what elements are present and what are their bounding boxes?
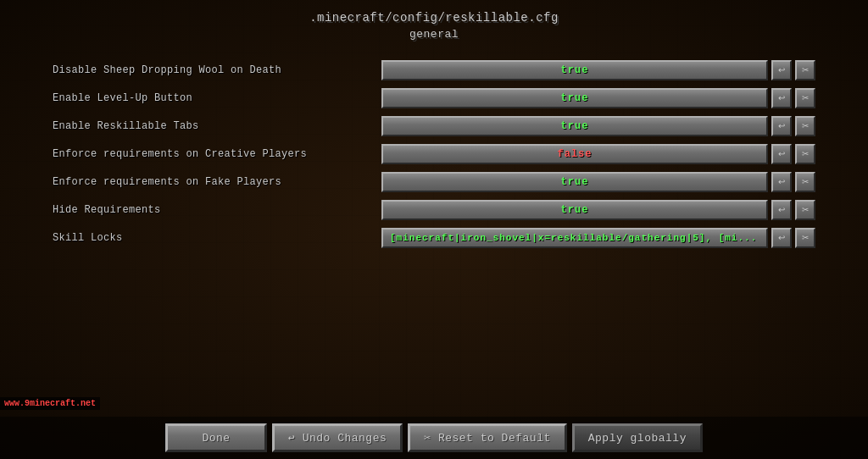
- setting-row: Enforce requirements on Creative Players…: [53, 141, 815, 167]
- setting-label: Enable Reskillable Tabs: [53, 120, 375, 132]
- setting-row: Enforce requirements on Fake Playerstrue…: [53, 169, 815, 195]
- setting-label: Hide Requirements: [53, 204, 375, 216]
- setting-undo-icon[interactable]: ↩: [771, 200, 792, 220]
- title-line1: .minecraft/config/reskillable.cfg: [309, 10, 559, 27]
- setting-undo-icon[interactable]: ↩: [771, 228, 792, 248]
- setting-row: Hide Requirementstrue↩✂: [53, 197, 815, 223]
- setting-reset-icon[interactable]: ✂: [795, 116, 815, 136]
- setting-value-button[interactable]: true: [381, 60, 768, 80]
- setting-value-button[interactable]: false: [381, 144, 768, 164]
- setting-reset-icon[interactable]: ✂: [795, 88, 815, 108]
- reset-button[interactable]: ✂ Reset to Default: [408, 423, 566, 452]
- setting-row: Enable Level-Up Buttontrue↩✂: [53, 86, 815, 111]
- setting-reset-icon[interactable]: ✂: [795, 172, 815, 192]
- setting-label: Skill Locks: [53, 232, 375, 244]
- setting-value-container: true↩✂: [381, 60, 815, 80]
- setting-row: Enable Reskillable Tabstrue↩✂: [53, 113, 815, 139]
- setting-undo-icon[interactable]: ↩: [771, 144, 792, 164]
- setting-value-button[interactable]: true: [381, 200, 768, 220]
- setting-reset-icon[interactable]: ✂: [795, 200, 815, 220]
- title-line2: general: [309, 27, 559, 42]
- settings-list: Disable Sheep Dropping Wool on Deathtrue…: [53, 58, 815, 251]
- setting-value-button[interactable]: true: [381, 116, 768, 136]
- setting-value-button[interactable]: [minecraft|iron_shovel|x=reskillable/gat…: [381, 228, 768, 248]
- setting-value-container: [minecraft|iron_shovel|x=reskillable/gat…: [381, 228, 815, 248]
- setting-undo-icon[interactable]: ↩: [771, 60, 792, 80]
- setting-label: Enforce requirements on Fake Players: [53, 176, 375, 188]
- setting-value-button[interactable]: true: [381, 172, 768, 192]
- bottom-bar: Done ↩ Undo Changes ✂ Reset to Default A…: [0, 417, 868, 459]
- apply-globally-button[interactable]: Apply globally: [572, 423, 703, 452]
- setting-value-container: true↩✂: [381, 116, 815, 136]
- title-area: .minecraft/config/reskillable.cfg genera…: [309, 10, 559, 42]
- screen: .minecraft/config/reskillable.cfg genera…: [0, 0, 868, 459]
- setting-label: Enable Level-Up Button: [53, 92, 375, 104]
- setting-value-button[interactable]: true: [381, 88, 768, 108]
- setting-undo-icon[interactable]: ↩: [771, 172, 792, 192]
- watermark: www.9minecraft.net: [0, 397, 100, 410]
- setting-value-container: true↩✂: [381, 172, 815, 192]
- setting-reset-icon[interactable]: ✂: [795, 228, 815, 248]
- setting-value-container: true↩✂: [381, 200, 815, 220]
- setting-row: Disable Sheep Dropping Wool on Deathtrue…: [53, 58, 815, 83]
- done-button[interactable]: Done: [165, 423, 267, 452]
- setting-label: Enforce requirements on Creative Players: [53, 148, 375, 160]
- setting-undo-icon[interactable]: ↩: [771, 88, 792, 108]
- setting-reset-icon[interactable]: ✂: [795, 144, 815, 164]
- setting-value-container: true↩✂: [381, 88, 815, 108]
- setting-reset-icon[interactable]: ✂: [795, 60, 815, 80]
- setting-row: Skill Locks[minecraft|iron_shovel|x=resk…: [53, 225, 815, 251]
- setting-label: Disable Sheep Dropping Wool on Death: [53, 64, 375, 76]
- setting-undo-icon[interactable]: ↩: [771, 116, 792, 136]
- undo-button[interactable]: ↩ Undo Changes: [272, 423, 403, 452]
- setting-value-container: false↩✂: [381, 144, 815, 164]
